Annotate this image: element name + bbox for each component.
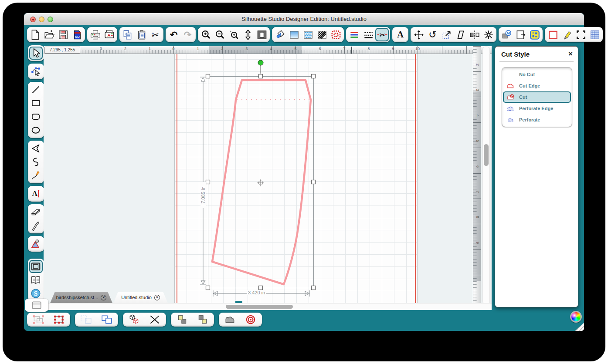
knife-tool-button[interactable] bbox=[29, 219, 43, 232]
design-view-button[interactable] bbox=[29, 260, 43, 273]
ruler-label: 5 bbox=[292, 47, 299, 51]
drag-zoom-button[interactable] bbox=[227, 28, 241, 41]
store-button[interactable]: S bbox=[29, 287, 43, 300]
save-button[interactable] bbox=[56, 28, 70, 41]
line-color-button[interactable] bbox=[347, 28, 361, 41]
line-style-button[interactable] bbox=[361, 28, 375, 41]
polygon-tool-button[interactable] bbox=[29, 142, 43, 155]
panel-close-icon[interactable]: × bbox=[568, 50, 573, 58]
media-layout-button[interactable]: M bbox=[500, 28, 513, 41]
pan-button[interactable] bbox=[241, 28, 255, 41]
bottom-toolbar bbox=[27, 313, 262, 327]
weld-button[interactable] bbox=[124, 313, 144, 326]
selected-shape[interactable] bbox=[212, 80, 311, 284]
ruler-label: -2 bbox=[121, 47, 128, 51]
paste-button[interactable] bbox=[135, 28, 148, 41]
rect-tool-button[interactable] bbox=[29, 97, 43, 110]
duplicate-button[interactable] bbox=[97, 313, 117, 326]
select-button[interactable] bbox=[29, 47, 43, 60]
target-button[interactable] bbox=[241, 313, 261, 326]
window-resize-grip[interactable] bbox=[575, 323, 584, 331]
document-tab-2[interactable]: Untitled.studio× bbox=[113, 292, 168, 303]
group-objects-button[interactable] bbox=[28, 313, 48, 326]
pipette-tool-icon bbox=[30, 238, 41, 249]
distort-button[interactable] bbox=[482, 28, 495, 41]
print-button[interactable] bbox=[88, 28, 102, 41]
svg-text:✂: ✂ bbox=[379, 30, 385, 38]
shear-button[interactable] bbox=[454, 28, 467, 41]
rotation-handle[interactable] bbox=[258, 60, 263, 65]
horizontal-scrollbar[interactable] bbox=[44, 303, 492, 310]
zoom-in-button[interactable] bbox=[199, 28, 213, 41]
fill-color-button[interactable] bbox=[273, 28, 287, 41]
redo-button[interactable]: ↷ bbox=[181, 28, 194, 41]
scale-button[interactable] bbox=[440, 28, 453, 41]
color-wheel-button[interactable] bbox=[570, 311, 582, 323]
ungroup-objects-button[interactable] bbox=[49, 313, 69, 326]
titlebar[interactable]: Silhouette Studio Designer Edition: Unti… bbox=[24, 13, 584, 25]
rect-tool-icon bbox=[30, 98, 41, 109]
pipette-tool-button[interactable] bbox=[29, 237, 43, 250]
mirror-icon bbox=[469, 29, 480, 40]
vertical-scrollbar[interactable] bbox=[482, 46, 490, 305]
shape-tools-button[interactable] bbox=[220, 313, 240, 326]
panels-button[interactable] bbox=[25, 299, 48, 312]
point-edit-button[interactable] bbox=[29, 65, 43, 78]
cut-style-option-cut-edge[interactable]: Cut Edge bbox=[503, 80, 571, 91]
tab-close-button[interactable]: × bbox=[154, 295, 160, 300]
undo-button[interactable]: ↶ bbox=[167, 28, 180, 41]
send-to-cutter-button[interactable]: A bbox=[102, 28, 116, 41]
copy-button[interactable] bbox=[121, 28, 134, 41]
cut-style-option-list: No CutCut EdgeCutPerforate EdgePerforate bbox=[502, 67, 572, 127]
document-tab-1[interactable]: birdsshipsketch.st...× bbox=[50, 292, 112, 303]
width-dimension-label: 3.420 in bbox=[247, 290, 266, 295]
ruler-label: 2 bbox=[476, 64, 480, 69]
send-to-back-button[interactable] bbox=[193, 313, 213, 326]
rounded-rect-tool-button[interactable] bbox=[29, 110, 43, 123]
curve-tool-button[interactable] bbox=[29, 155, 43, 169]
zoom-out-button[interactable] bbox=[213, 28, 227, 41]
fill-gradient-button[interactable] bbox=[287, 28, 301, 41]
line-tool-button[interactable] bbox=[29, 83, 43, 96]
cut-style-button[interactable]: ✂ bbox=[375, 28, 389, 41]
horizontal-scrollbar-thumb[interactable] bbox=[226, 305, 293, 309]
design-canvas[interactable]: 7.085 in 3.420 in -3-2-1012345678910 7.2… bbox=[44, 46, 492, 310]
cut-button[interactable]: ✂ bbox=[149, 28, 162, 41]
new-document-button[interactable] bbox=[28, 28, 42, 41]
ellipse-tool-button[interactable] bbox=[29, 124, 43, 137]
cut-style-option-no-cut[interactable]: No Cut bbox=[503, 69, 571, 80]
eraser-tool-button[interactable] bbox=[29, 206, 43, 219]
divide-button[interactable] bbox=[145, 313, 165, 326]
duplicate-ghost-button[interactable] bbox=[76, 313, 96, 326]
shadow-button[interactable] bbox=[315, 28, 329, 41]
ruler-selection-span-vertical bbox=[473, 91, 481, 281]
toolbar-group bbox=[28, 82, 44, 138]
weld-icon bbox=[127, 314, 141, 325]
vertical-scrollbar-thumb[interactable] bbox=[484, 144, 489, 166]
save-to-sd-button[interactable]: SD bbox=[70, 28, 84, 41]
sketch-settings-button[interactable] bbox=[546, 28, 560, 41]
highlight-pen-button[interactable] bbox=[560, 28, 574, 41]
cut-style-option-cut[interactable]: Cut bbox=[503, 91, 571, 103]
mirror-button[interactable] bbox=[468, 28, 481, 41]
cut-style-option-perforate-edge[interactable]: Perforate Edge bbox=[503, 103, 571, 114]
open-button[interactable] bbox=[42, 28, 56, 41]
fit-page-button[interactable] bbox=[255, 28, 268, 41]
show-grid-button[interactable] bbox=[588, 28, 601, 41]
cut-style-option-perforate[interactable]: Perforate bbox=[503, 114, 571, 125]
fill-pattern-button[interactable] bbox=[301, 28, 315, 41]
svg-text:A: A bbox=[107, 33, 110, 37]
move-button[interactable] bbox=[412, 28, 425, 41]
selection-center-mark[interactable] bbox=[257, 179, 264, 186]
tab-close-button[interactable]: × bbox=[101, 295, 106, 300]
select-area-button[interactable] bbox=[574, 28, 588, 41]
text-button[interactable]: A bbox=[394, 28, 407, 41]
freehand-tool-button[interactable] bbox=[29, 169, 43, 182]
text-tool-button[interactable]: A bbox=[29, 187, 43, 200]
registration-marks-button[interactable] bbox=[528, 28, 541, 41]
page-setup-button[interactable] bbox=[514, 28, 527, 41]
rhinestone-button[interactable] bbox=[329, 28, 343, 41]
library-button[interactable] bbox=[29, 273, 43, 286]
bring-to-front-button[interactable] bbox=[172, 313, 192, 326]
rotate-button[interactable]: ↺ bbox=[426, 28, 439, 41]
